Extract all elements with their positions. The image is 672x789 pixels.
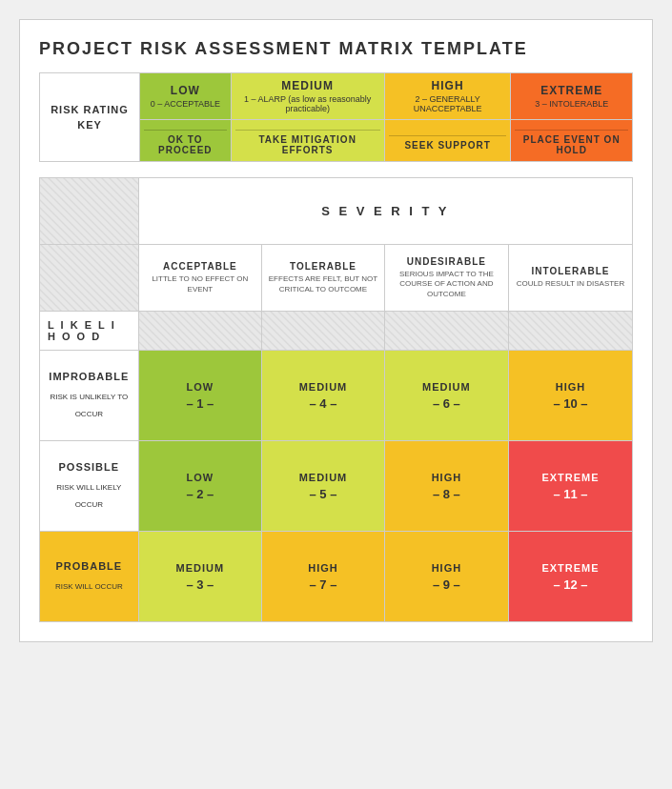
possible-acceptable-cell: LOW – 2 – [138,441,262,532]
possible-row: POSSIBLE RISK WILL LIKELY OCCUR LOW – 2 … [40,441,633,532]
severity-tolerable-col: TOLERABLE EFFECTS ARE FELT, BUT NOT CRIT… [262,245,385,312]
matrix-table: S E V E R I T Y ACCEPTABLE LITTLE TO NO … [39,177,633,622]
severity-undesirable-col: UNDESIRABLE SERIOUS IMPACT TO THE COURSE… [384,245,508,312]
possible-tolerable-cell: MEDIUM – 5 – [262,441,385,532]
likelihood-row-hatched-2 [262,312,385,351]
matrix-second-left-hatched [40,245,139,312]
improbable-tolerable-cell: MEDIUM – 4 – [262,351,385,441]
likelihood-row-hatched-3 [384,312,508,351]
improbable-intolerable-cell: HIGH – 10 – [508,351,632,441]
key-extreme-action: PLACE EVENT ON HOLD [511,120,633,162]
page-wrapper: PROJECT RISK ASSESSMENT MATRIX TEMPLATE … [19,19,653,642]
severity-intolerable-col: INTOLERABLE COULD RESULT IN DISASTER [508,245,632,312]
possible-intolerable-cell: EXTREME – 11 – [508,441,632,532]
probable-row: PROBABLE RISK WILL OCCUR MEDIUM – 3 – HI… [40,532,633,622]
probable-tolerable-cell: HIGH – 7 – [262,532,385,622]
likelihood-label: L I K E L I H O O D [40,312,139,351]
key-high-action: SEEK SUPPORT [384,120,511,162]
possible-undesirable-cell: HIGH – 8 – [384,441,508,532]
page-title: PROJECT RISK ASSESSMENT MATRIX TEMPLATE [39,39,633,59]
risk-rating-key-table: RISK RATINGKEY LOW 0 – ACCEPTABLE MEDIUM… [39,72,633,162]
improbable-acceptable-cell: LOW – 1 – [138,351,262,441]
severity-acceptable-col: ACCEPTABLE LITTLE TO NO EFFECT ON EVENT [138,245,262,312]
improbable-label: IMPROBABLE RISK IS UNLIKELY TO OCCUR [40,351,139,441]
matrix-top-left-hatched [40,178,139,245]
probable-undesirable-cell: HIGH – 9 – [384,532,508,622]
risk-rating-key-label: RISK RATINGKEY [40,73,140,162]
key-low-action: OK TO PROCEED [140,120,232,162]
possible-label: POSSIBLE RISK WILL LIKELY OCCUR [40,441,139,532]
key-low-header: LOW 0 – ACCEPTABLE [140,73,232,120]
probable-label: PROBABLE RISK WILL OCCUR [40,532,139,622]
probable-acceptable-cell: MEDIUM – 3 – [138,532,262,622]
improbable-row: IMPROBABLE RISK IS UNLIKELY TO OCCUR LOW… [40,351,633,441]
probable-intolerable-cell: EXTREME – 12 – [508,532,632,622]
key-medium-header: MEDIUM 1 – ALARP (as low as reasonably p… [231,73,384,120]
likelihood-row-hatched-1 [138,312,262,351]
key-high-header: HIGH 2 – GENERALLY UNACCEPTABLE [384,73,511,120]
key-medium-action: TAKE MITIGATION EFFORTS [231,120,384,162]
severity-header: S E V E R I T Y [138,178,632,245]
key-extreme-header: EXTREME 3 – INTOLERABLE [511,73,633,120]
likelihood-row-hatched-4 [508,312,632,351]
improbable-undesirable-cell: MEDIUM – 6 – [384,351,508,441]
